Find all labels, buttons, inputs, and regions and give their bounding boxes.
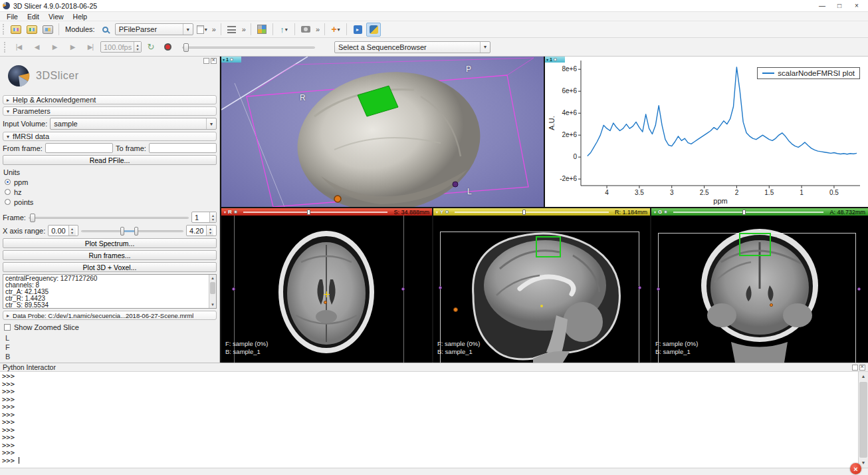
fiducial-dot[interactable] [857,287,861,291]
parameters-section-header[interactable]: ▾ Parameters [3,106,217,116]
red-slice-controller[interactable]: ▾ R S: 34.888mm [221,208,432,216]
close-button[interactable]: × [848,2,865,9]
slider-handle[interactable] [307,210,310,215]
error-log-button[interactable]: × [850,463,861,474]
run-frames-button[interactable]: Run frames... [3,250,217,260]
output-scrollbar[interactable]: ▲ ▼ [209,275,216,308]
menu-file[interactable]: File [3,13,22,21]
fiducial-dot[interactable] [453,307,458,312]
fiducial-dot[interactable] [401,287,405,291]
slider-handle[interactable] [30,214,35,222]
threed-view[interactable]: R P L ▾ 1 [221,57,544,207]
slider-handle[interactable] [742,210,746,215]
fiducial-dot[interactable] [439,286,442,289]
fmrsi-section-header[interactable]: ▾ fMRSI data [3,132,217,141]
x-axis-max-spinbox[interactable]: 4.20 ▴▾ [186,225,217,236]
range-slider-min-handle[interactable] [120,227,124,236]
spin-down-icon[interactable]: ▾ [210,218,216,222]
python-console[interactable]: >>>>>>>>>>>>>>>>>>>>>>>>>>>>>>>>>>>> ▲ ▼ [0,372,868,468]
roi-rectangle[interactable] [536,236,561,257]
input-volume-combobox[interactable]: sample ▾ [50,118,217,130]
screenshot-button[interactable] [298,23,313,37]
record-proxy-button[interactable] [160,40,175,54]
show-zoomed-slice-checkbox[interactable]: Show Zoomed Slice [4,323,217,331]
crosshair-button[interactable]: ↑▾ [276,23,291,37]
panel-close-button[interactable] [859,365,865,371]
help-section-header[interactable]: ▸ Help & Acknowledgement [3,95,217,104]
module-home-button[interactable]: ▾ [195,23,209,37]
data-probe-section-header[interactable]: ▸ Data Probe: C:/dev/1.namic/secuencia..… [3,311,217,320]
menu-help[interactable]: Help [69,13,92,21]
fiducial-dot[interactable] [770,303,773,307]
to-frame-input[interactable] [149,143,217,153]
add-dicom-button[interactable] [25,23,39,37]
fps-spinbox[interactable]: 100.0fps ▴▾ [100,41,142,53]
fiducial-dot[interactable] [638,286,641,289]
spin-down-icon[interactable]: ▾ [207,231,213,235]
sequence-index-slider[interactable] [182,42,315,53]
slider-handle[interactable] [522,210,526,215]
python-console-toggle[interactable] [366,23,381,37]
green-slice-viewport[interactable]: F: sample (0%) B: sample_1 [651,216,868,363]
spin-arrows[interactable]: ▴▾ [134,42,141,52]
threed-view-controller[interactable]: ▾ 1 [221,57,241,63]
green-offset-slider[interactable] [673,209,823,215]
first-frame-button[interactable]: |◀ [11,41,27,54]
save-scene-button[interactable] [41,23,55,37]
toolbar-overflow-icon[interactable]: » [211,25,217,33]
scroll-down-icon[interactable]: ▼ [209,301,216,308]
toolbar-overflow-icon[interactable]: » [241,25,247,33]
red-slice-viewport[interactable]: F: sample (0%) B: sample_1 [221,216,432,363]
plot-spectrum-button[interactable]: Plot Spectrum... [3,238,217,248]
toolbar-drag-handle[interactable] [4,42,7,53]
panel-undock-button[interactable] [203,58,209,64]
python-console-text[interactable]: >>>>>>>>>>>>>>>>>>>>>>>>>>>>>>>>>>>> [0,372,858,468]
toolbar-drag-handle[interactable] [3,24,5,35]
module-history-button[interactable] [225,23,239,37]
view-layout-button[interactable] [255,23,269,37]
output-textbox[interactable]: centralFrequency: 1277127260 channels: 8… [3,274,217,309]
unit-option-points[interactable]: points [5,198,217,206]
previous-frame-button[interactable]: ◀ [29,41,45,54]
x-axis-min-spinbox[interactable]: 0.00 ▴▾ [48,225,78,236]
yellow-offset-slider[interactable] [455,209,609,215]
x-axis-range-slider[interactable] [81,226,183,236]
frame-slider[interactable] [29,212,189,223]
spin-arrows[interactable]: ▴▾ [68,226,76,236]
load-data-button[interactable] [9,23,23,37]
spin-down-icon[interactable]: ▾ [134,47,141,51]
last-frame-button[interactable]: ▶| [82,41,98,54]
toolbar-overflow-icon[interactable]: » [314,25,321,33]
plot-view[interactable]: 43.532.521.510.58e+66e+64e+62e+60-2e+6pp… [545,57,868,207]
play-button[interactable]: ▶ [47,41,62,54]
fiducial-dot[interactable] [540,305,543,307]
red-offset-slider[interactable] [243,209,388,215]
menu-edit[interactable]: Edit [23,13,43,21]
frame-spinbox[interactable]: 1 ▴▾ [191,212,217,223]
maximize-button[interactable]: □ [831,2,848,9]
module-selector-combobox[interactable]: PFileParser ▾ [115,23,193,35]
fiducial-dot[interactable] [232,287,235,291]
roi-rectangle[interactable] [739,233,771,256]
spin-down-icon[interactable]: ▾ [69,231,76,235]
spin-arrows[interactable]: ▴▾ [206,226,213,236]
minimize-button[interactable]: — [814,2,831,9]
scroll-up-icon[interactable]: ▲ [859,372,868,381]
plot-3d-voxel-button[interactable]: Plot 3D + Voxel... [3,262,217,272]
unit-option-hz[interactable]: hz [5,188,217,196]
scrollbar-thumb[interactable] [210,282,215,294]
scrollbar-thumb[interactable] [859,382,867,458]
scroll-up-icon[interactable]: ▲ [209,275,216,281]
fiducial-dot[interactable] [657,287,660,291]
spin-arrows[interactable]: ▴▾ [209,212,216,222]
console-scrollbar[interactable]: ▲ ▼ [858,372,868,468]
fiducial-dot[interactable] [324,301,327,304]
next-frame-button[interactable]: ▶ [64,41,80,54]
sequence-browser-combobox[interactable]: Select a SequenceBrowser ▾ [334,41,490,53]
panel-undock-button[interactable] [852,365,858,371]
extensions-manager-button[interactable]: ▸ [350,23,365,37]
loop-playback-button[interactable]: ↻ [144,40,158,54]
plot-view-controller[interactable]: ▾ 1 [545,57,565,63]
menu-view[interactable]: View [45,13,68,21]
panel-close-button[interactable] [211,58,217,64]
